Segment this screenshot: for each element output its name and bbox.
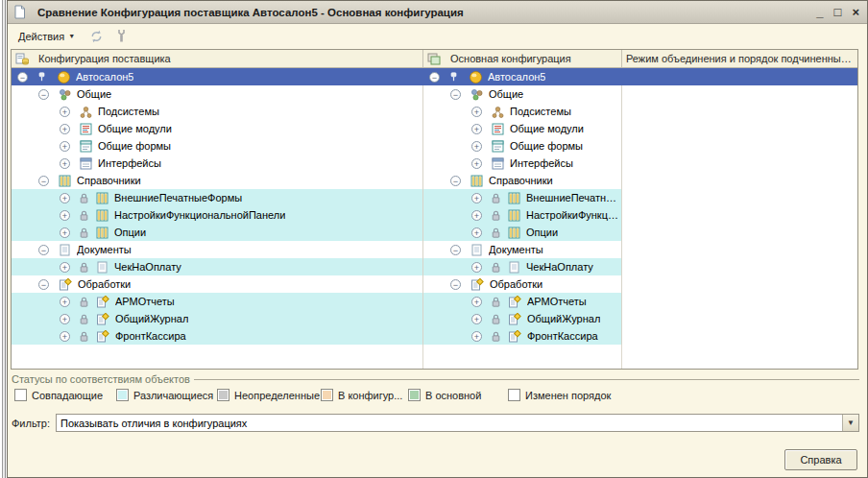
tree-row[interactable]: +ОбщийЖурнал+ОбщийЖурнал	[12, 310, 857, 327]
legend-item-label: Изменен порядок	[525, 390, 611, 401]
object-name-label: Общие модули	[98, 123, 172, 134]
object-name-label: Общие формы	[98, 140, 171, 152]
expand-toggle-icon[interactable]: +	[60, 141, 70, 152]
help-button[interactable]: Справка	[784, 449, 857, 470]
expand-toggle-icon[interactable]: +	[471, 314, 482, 324]
status-legend-group: Статусы по соответствиям объектов Совпад…	[12, 373, 859, 410]
main-config-cell: +Подсистемы	[423, 103, 622, 120]
expand-toggle-icon[interactable]: +	[60, 314, 70, 324]
window-controls: _ □ ×	[816, 6, 859, 19]
tree-row[interactable]: +Общие модули+Общие модули	[12, 120, 857, 137]
tree-row[interactable]: +ФронтКассира+ФронтКассира	[12, 327, 857, 345]
object-name-label: Общие	[77, 88, 111, 100]
maximize-button[interactable]: □	[834, 6, 842, 19]
expand-toggle-icon[interactable]: +	[471, 297, 482, 307]
merge-mode-cell	[622, 275, 857, 293]
expand-toggle-icon[interactable]: +	[60, 297, 70, 307]
collapse-toggle-icon[interactable]: −	[38, 279, 49, 290]
dataprocessor-icon	[96, 330, 109, 343]
title-bar: Сравнение Конфигурация поставщика Автоса…	[8, 1, 867, 24]
lock-icon	[80, 227, 88, 238]
dataprocessor-icon	[96, 313, 109, 325]
expand-toggle-icon[interactable]: +	[471, 107, 482, 117]
minimize-button[interactable]: _	[816, 6, 823, 19]
supplier-config-cell: +Подсистемы	[12, 103, 423, 120]
expand-toggle-icon[interactable]: +	[60, 193, 70, 203]
tree-row[interactable]: +АРМОтчеты+АРМОтчеты	[12, 293, 857, 310]
expand-toggle-icon[interactable]: +	[471, 227, 482, 238]
status-legend-title: Статусы по соответствиям объектов	[12, 373, 190, 385]
expand-toggle-icon[interactable]: +	[471, 141, 482, 152]
collapse-toggle-icon[interactable]: −	[38, 176, 49, 186]
close-button[interactable]: ×	[852, 6, 859, 19]
catalog-icon	[508, 227, 520, 239]
legend-item: Изменен порядок	[508, 389, 611, 401]
tree-row[interactable]: −Автосалон5−Автосалон5	[12, 68, 857, 85]
object-name-label: АРМОтчеты	[115, 296, 175, 307]
expand-toggle-icon[interactable]: +	[471, 331, 482, 342]
refresh-button[interactable]	[89, 30, 104, 43]
collapse-toggle-icon[interactable]: −	[429, 72, 440, 83]
common-module-icon	[492, 123, 504, 135]
object-name-label: ВнешниеПечатныеФормы	[114, 192, 242, 203]
expand-toggle-icon[interactable]: +	[471, 262, 482, 273]
collapse-toggle-icon[interactable]: −	[450, 279, 461, 290]
collapse-toggle-icon[interactable]: −	[38, 245, 49, 255]
merge-mode-cell	[622, 189, 857, 206]
settings-button[interactable]	[115, 29, 128, 43]
filter-row: Фильтр: Показывать отличия в конфигураци…	[12, 414, 859, 432]
tree-row[interactable]: +ВнешниеПечатныеФормы+ВнешниеПечатныеФор…	[12, 189, 857, 206]
expand-toggle-icon[interactable]: +	[471, 124, 482, 134]
subsystems-icon	[80, 106, 92, 118]
object-name-label: Опции	[114, 227, 146, 238]
collapse-toggle-icon[interactable]: −	[38, 89, 49, 100]
collapse-toggle-icon[interactable]: −	[17, 72, 28, 83]
expand-toggle-icon[interactable]: +	[60, 227, 70, 238]
collapse-toggle-icon[interactable]: −	[450, 176, 461, 186]
expand-toggle-icon[interactable]: +	[60, 210, 70, 221]
expand-toggle-icon[interactable]: +	[471, 193, 482, 203]
common-group-icon	[470, 88, 483, 101]
tree-row[interactable]: +Общие формы+Общие формы	[12, 137, 857, 155]
main-config-icon	[427, 53, 441, 65]
supplier-config-cell: +НастройкиФункциональнойПанели	[12, 206, 423, 224]
combo-dropdown-button[interactable]: ▼	[842, 415, 858, 431]
tree-row[interactable]: +Интерфейсы+Интерфейсы	[12, 155, 857, 172]
collapse-toggle-icon[interactable]: −	[450, 245, 461, 255]
tree-row[interactable]: +ЧекНаОплату+ЧекНаОплату	[12, 258, 857, 275]
wrench-icon	[115, 29, 128, 43]
main-config-cell: −Общие	[423, 85, 622, 103]
actions-menu-button[interactable]: Действия ▼	[15, 29, 78, 44]
toolbar: Действия ▼	[8, 24, 867, 48]
column-header-merge-mode: Режим объединения и порядок подчиненных …	[622, 50, 857, 67]
expand-toggle-icon[interactable]: +	[60, 262, 70, 273]
tree-row[interactable]: +НастройкиФункциональнойПанели+Настройки…	[12, 206, 857, 224]
merge-mode-cell	[622, 327, 857, 345]
tree-row[interactable]: −Документы−Документы	[12, 241, 857, 258]
lock-icon	[492, 227, 500, 238]
supplier-config-cell: +Общие модули	[12, 120, 423, 137]
expand-toggle-icon[interactable]: +	[471, 210, 482, 221]
object-name-label: ЧекНаОплату	[114, 261, 181, 273]
dataprocessor-icon	[508, 296, 521, 308]
object-name-label: ОбщийЖурнал	[527, 313, 600, 324]
tree-row[interactable]: −Обработки−Обработки	[12, 275, 857, 293]
merge-mode-cell	[622, 137, 857, 155]
tree-row[interactable]: −Справочники−Справочники	[12, 172, 857, 189]
main-config-cell: +ВнешниеПечатныеФормы	[423, 189, 622, 206]
expand-toggle-icon[interactable]: +	[60, 124, 70, 134]
supplier-config-cell: −Автосалон5	[12, 68, 423, 85]
merge-mode-cell	[622, 85, 857, 103]
legend-color-swatch	[217, 389, 229, 401]
filter-combobox[interactable]: Показывать отличия в конфигурациях ▼	[56, 414, 859, 432]
supplier-config-cell: +ОбщийЖурнал	[12, 310, 423, 327]
expand-toggle-icon[interactable]: +	[60, 331, 70, 342]
tree-row[interactable]: −Общие−Общие	[12, 85, 857, 103]
expand-toggle-icon[interactable]: +	[60, 107, 70, 117]
tree-row[interactable]: +Подсистемы+Подсистемы	[12, 103, 857, 120]
collapse-toggle-icon[interactable]: −	[450, 89, 461, 100]
tree-row[interactable]: +Опции+Опции	[12, 224, 857, 241]
config-root-icon	[58, 71, 70, 84]
expand-toggle-icon[interactable]: +	[471, 158, 482, 169]
expand-toggle-icon[interactable]: +	[60, 158, 70, 169]
